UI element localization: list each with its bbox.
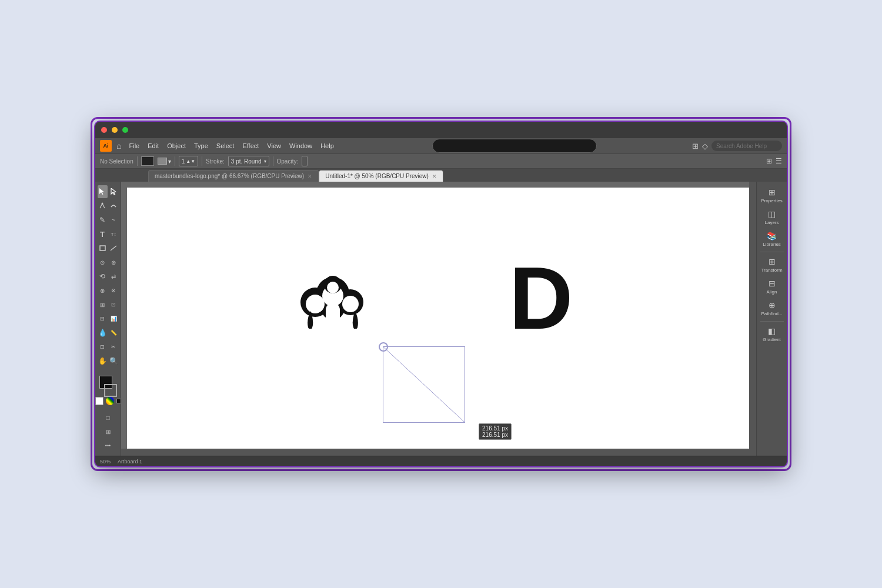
stroke-weight-input[interactable]: 1 ▲▼ [179, 156, 198, 166]
color-mode-icon[interactable] [106, 397, 114, 405]
tab-untitled[interactable]: Untitled-1* @ 50% (RGB/CPU Preview) ✕ [319, 170, 443, 182]
align-panel-btn[interactable]: ⊟ Align [757, 276, 787, 297]
bar-chart-tool[interactable]: 📊 [109, 312, 119, 325]
toolbar-sep-2 [175, 156, 175, 166]
menu-right-icons: ⊞ ◇ [692, 141, 782, 151]
pen-tool[interactable] [98, 199, 108, 212]
vertical-type-tool[interactable]: T↕ [109, 228, 119, 240]
title-bar [95, 122, 787, 138]
screen-mode-icon[interactable]: ⊞ [98, 425, 119, 438]
view-icons: □ ⊞ ••• [98, 411, 119, 452]
canvas-background[interactable]: D 216.51 px 216.51 px [127, 188, 750, 456]
transform-panel-btn[interactable]: ⊞ Transform [757, 255, 787, 275]
transform-label: Transform [761, 268, 782, 273]
eyedropper-tool[interactable]: 💧 [98, 326, 108, 339]
pencil-tool[interactable]: ✎ [98, 213, 108, 226]
slice-tool[interactable]: ✂ [109, 340, 119, 353]
tab-masterbundles-label: masterbundles-logo.png* @ 66.67% (RGB/CP… [155, 173, 304, 179]
fill-color-swatch[interactable] [141, 156, 154, 166]
svg-line-17 [383, 347, 465, 422]
stroke-weight-arrows[interactable]: ▲▼ [186, 159, 195, 164]
global-search-bar[interactable] [432, 139, 597, 153]
svg-rect-3 [100, 246, 105, 250]
vertical-scrollbar[interactable] [749, 182, 756, 456]
stroke-type-value: 3 pt. Round [231, 158, 262, 165]
type-tool[interactable]: T [98, 228, 108, 240]
tab-untitled-label: Untitled-1* @ 50% (RGB/CPU Preview) [325, 173, 429, 179]
arrangement-icon[interactable]: ⊞ [692, 142, 699, 151]
opacity-input[interactable] [302, 156, 308, 166]
svg-point-9 [306, 295, 325, 313]
canvas-area: D 216.51 px 216.51 px [121, 182, 756, 456]
menu-file[interactable]: File [126, 141, 142, 151]
warp-tool[interactable]: ⊞ [98, 298, 108, 311]
tab-masterbundles[interactable]: masterbundles-logo.png* @ 66.67% (RGB/CP… [148, 170, 319, 182]
menu-select[interactable]: Select [213, 141, 238, 151]
background-color[interactable] [104, 384, 117, 397]
none-color-icon[interactable] [116, 399, 121, 403]
measure-tool[interactable]: 📏 [109, 326, 119, 339]
menu-effect[interactable]: Effect [239, 141, 262, 151]
stroke-type-label: Stroke: [206, 158, 225, 165]
gradient-panel-btn[interactable]: ◧ Gradient [757, 324, 787, 345]
rectangle-tool[interactable] [98, 242, 108, 255]
menu-help[interactable]: Help [318, 141, 337, 151]
graph-tool[interactable]: ⊟ [98, 312, 108, 325]
menu-view[interactable]: View [264, 141, 284, 151]
tab-masterbundles-close[interactable]: ✕ [308, 173, 312, 179]
layers-panel-btn[interactable]: ◫ Layers [757, 207, 787, 228]
minimize-button[interactable] [112, 127, 118, 133]
stroke-color-swatch[interactable] [158, 158, 167, 165]
artboard-name: Artboard 1 [118, 459, 142, 465]
line-tool[interactable] [109, 242, 119, 255]
main-content: ✎ ~ T T↕ [95, 182, 787, 456]
properties-panel-btn[interactable]: ⊞ Properties [757, 185, 787, 206]
curvature-tool[interactable] [109, 199, 119, 212]
blob-brush-tool[interactable]: ⊙ [98, 256, 108, 269]
svg-point-2 [102, 203, 103, 205]
smooth-tool[interactable]: ~ [109, 213, 119, 226]
scale-tool[interactable]: ⊕ [98, 284, 108, 297]
rect-width-value: 216.51 px [482, 425, 508, 432]
svg-marker-0 [99, 188, 104, 195]
discover-icon[interactable]: ◇ [702, 142, 708, 151]
rotate-tool[interactable]: ⟲ [98, 270, 108, 283]
direct-selection-tool[interactable] [109, 185, 119, 198]
maximize-button[interactable] [122, 127, 128, 133]
artboard-tool[interactable]: ⊡ [98, 340, 108, 353]
width-tool[interactable]: ⊛ [109, 256, 119, 269]
menu-edit[interactable]: Edit [145, 141, 162, 151]
menu-window[interactable]: Window [286, 141, 315, 151]
menu-object[interactable]: Object [164, 141, 189, 151]
horizontal-scrollbar[interactable] [121, 449, 749, 456]
stroke-color-arrow[interactable]: ▾ [168, 158, 171, 165]
draw-mode-icon[interactable]: □ [98, 411, 119, 424]
swap-colors-icon[interactable] [95, 397, 103, 405]
type-tools: T T↕ [98, 228, 119, 240]
more-tools-icon[interactable]: ••• [98, 439, 119, 452]
zoom-tool[interactable]: 🔍 [109, 355, 119, 368]
arrange-panels-icon[interactable]: ⊞ [766, 157, 772, 165]
libraries-panel-btn[interactable]: 📚 Libraries [757, 229, 787, 249]
panel-options-icon[interactable]: ☰ [776, 157, 782, 165]
shear-tool[interactable]: ⊗ [109, 284, 119, 297]
right-panel: ⊞ Properties ◫ Layers 📚 Libraries ⊞ Tran… [756, 182, 787, 456]
selection-tool[interactable] [98, 185, 108, 198]
zoom-level: 50% [100, 459, 111, 465]
svg-text:D: D [509, 249, 573, 340]
tab-untitled-close[interactable]: ✕ [432, 173, 437, 179]
close-button[interactable] [101, 127, 107, 133]
reflect-tool[interactable]: ⇄ [109, 270, 119, 283]
hand-tool[interactable]: ✋ [98, 355, 108, 368]
home-icon[interactable]: ⌂ [116, 141, 121, 151]
stroke-type-dropdown[interactable]: 3 pt. Round ▾ [228, 156, 269, 166]
rotate-tools: ⟲ ⇄ [98, 270, 119, 283]
menu-type[interactable]: Type [191, 141, 211, 151]
puppet-warp-tool[interactable]: ⊡ [109, 298, 119, 311]
ai-logo-icon: Ai [100, 140, 112, 152]
gradient-icon: ◧ [768, 326, 776, 336]
opacity-label: Opacity: [277, 158, 299, 165]
align-label: Align [767, 289, 777, 295]
search-help-input[interactable] [711, 141, 782, 151]
pathfinder-panel-btn[interactable]: ⊕ Pathfind... [757, 298, 787, 319]
